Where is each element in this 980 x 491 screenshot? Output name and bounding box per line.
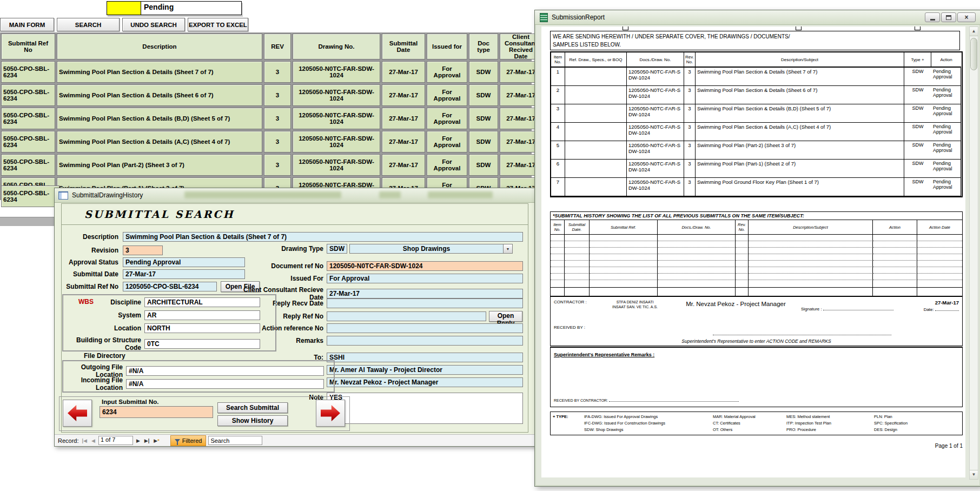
note-field[interactable]: YES — [327, 393, 523, 424]
previous-record-button[interactable]: ◀ — [90, 438, 96, 443]
datasheet-scrollbar[interactable] — [0, 217, 56, 226]
remarks-field[interactable] — [327, 336, 523, 346]
location-field[interactable]: NORTH — [144, 323, 260, 333]
next-submittal-button[interactable] — [316, 400, 345, 427]
description-label: Description — [56, 233, 118, 241]
system-label: System — [65, 311, 141, 319]
cell-rev[interactable]: 3 — [264, 131, 291, 152]
reply-recv-date-field[interactable] — [327, 298, 523, 308]
cell-issued-for[interactable]: For Approval — [427, 108, 467, 129]
cell-description[interactable]: Swimming Pool Plan Section & Details (Sh… — [57, 61, 262, 83]
scroll-up-icon[interactable]: ▲ — [970, 27, 978, 36]
cell-submittal-date[interactable]: 27-Mar-17 — [382, 108, 425, 129]
submittal-date-field[interactable]: 27-Mar-17 — [123, 269, 245, 279]
discipline-field[interactable]: ARCHITECTURAL — [144, 297, 260, 307]
search-button[interactable]: SEARCH — [57, 18, 120, 31]
cell-submittal-date[interactable]: 27-Mar-17 — [382, 154, 425, 176]
cell-submittal-ref[interactable]: 5050-CPO-SBL-6234 — [1, 84, 55, 106]
undo-search-button[interactable]: UNDO SEARCH — [122, 18, 185, 31]
scroll-down-icon[interactable]: ▼ — [970, 470, 978, 479]
system-field[interactable]: AR — [144, 310, 260, 320]
cell-doc-type[interactable]: SDW — [469, 154, 498, 176]
submittal-ref-no-field[interactable]: 1205050-CPO-SBL-6234 — [123, 282, 217, 291]
cell-drawing-no[interactable]: 1205050-N0TC-FAR-SDW-1024 — [293, 84, 380, 106]
main-form-button[interactable]: MAIN FORM — [0, 18, 54, 31]
cell-description[interactable]: Swimming Pool Plan Section & Details (Sh… — [57, 84, 262, 106]
cell-rev[interactable]: 3 — [264, 108, 291, 129]
cell-submittal-ref[interactable]: 5050-CPO-SBL-6234 — [1, 131, 55, 152]
cell-issued-for[interactable]: For Approval — [427, 61, 467, 83]
next-record-button[interactable]: ▶ — [135, 438, 141, 443]
new-record-button[interactable]: ▶* — [153, 438, 160, 443]
record-search-input[interactable] — [208, 436, 262, 445]
previous-submittal-button[interactable] — [63, 400, 92, 427]
col-header-issued-for[interactable]: Issued for — [427, 34, 467, 59]
input-submittal-field[interactable] — [100, 406, 213, 418]
record-position[interactable]: 1 of 7 — [98, 436, 133, 445]
cell-drawing-no[interactable]: 1205050-N0TC-FAR-SDW-1024 — [293, 108, 380, 129]
cell-description[interactable]: Swimming Pool Plan (Part-2) (Sheet 3 of … — [57, 154, 262, 176]
cell-submittal-date[interactable]: 27-Mar-17 — [382, 61, 425, 83]
description-field[interactable]: Swimming Pool Plan Section & Details (Sh… — [123, 232, 523, 242]
ccr-date-field[interactable]: 27-Mar-17 — [327, 289, 523, 298]
cell-rev[interactable]: 3 — [264, 154, 291, 176]
cell-doc-type[interactable]: SDW — [469, 61, 498, 83]
outgoing-file-field[interactable]: #N/A — [126, 366, 324, 376]
first-record-button[interactable]: |◀ — [81, 438, 88, 443]
drawing-type-code-field[interactable]: SDW — [327, 244, 347, 254]
document-ref-no-field[interactable]: 1205050-N0TC-FAR-SDW-1024 — [327, 261, 523, 271]
rpt-cell-ref-draw — [565, 178, 627, 196]
legend-entry: MAR: Material Approval — [713, 414, 786, 419]
approval-status-field[interactable]: Pending Approval — [123, 257, 245, 267]
close-button[interactable]: × — [957, 12, 976, 22]
incoming-file-field[interactable]: #N/A — [126, 379, 324, 389]
filtered-toggle[interactable]: Filtered — [170, 435, 207, 446]
cell-submittal-ref[interactable]: 5050-CPO-SBL-6234 — [1, 108, 55, 129]
issued-for-field[interactable]: For Approval — [327, 274, 523, 283]
to-field[interactable]: SSHI — [327, 353, 523, 362]
action-reference-no-field[interactable] — [327, 323, 523, 333]
cell-submittal-ref[interactable]: 5050-CPO-SBL-6234 — [1, 61, 55, 83]
cell-description[interactable]: Swimming Pool Plan Section & Details (B,… — [57, 108, 262, 129]
export-to-excel-button[interactable]: EXPORT TO EXCEL — [188, 18, 248, 31]
cell-submittal-ref-partial-row[interactable]: 5050-CPO-SBL-6234 — [1, 185, 59, 207]
col-header-submittal-ref-no[interactable]: Submittal Ref No — [1, 34, 55, 59]
sendby-field[interactable]: Mr. Nevzat Pekoz - Project Manager — [327, 377, 523, 387]
col-header-submittal-date[interactable]: Submittal Date — [382, 34, 425, 59]
cell-description[interactable]: Swimming Pool Plan Section & Details (A,… — [57, 131, 262, 152]
show-history-button[interactable]: Show History — [217, 415, 288, 426]
cell-submittal-date[interactable]: 27-Mar-17 — [382, 131, 425, 152]
cell-rev[interactable]: 3 — [264, 84, 291, 106]
last-record-button[interactable]: ▶| — [143, 438, 150, 443]
scrollbar-thumb[interactable] — [970, 38, 977, 70]
cell-drawing-no[interactable]: 1205050-N0TC-FAR-SDW-1024 — [293, 154, 380, 176]
revision-field[interactable]: 3 — [123, 246, 163, 255]
open-reply-button[interactable]: Open Reply — [489, 311, 522, 322]
cell-drawing-no[interactable]: 1205050-N0TC-FAR-SDW-1024 — [293, 131, 380, 152]
cell-issued-for[interactable]: For Approval — [427, 84, 467, 106]
col-header-description[interactable]: Description — [57, 34, 262, 59]
attn-field[interactable]: Mr. Amer Al Tawaly - Project Director — [327, 365, 523, 375]
drawing-type-combo[interactable]: Shop Drawings — [349, 244, 504, 254]
reply-ref-no-field[interactable] — [327, 311, 486, 321]
cell-submittal-ref[interactable]: 5050-CPO-SBL-6234 — [1, 154, 55, 176]
minimize-button[interactable] — [925, 12, 940, 22]
cell-issued-for[interactable]: For Approval — [427, 131, 467, 152]
cell-drawing-no[interactable]: 1205050-N0TC-FAR-SDW-1024 — [293, 61, 380, 83]
cell-submittal-date[interactable]: 27-Mar-17 — [382, 84, 425, 106]
report-scrollbar[interactable]: ▲ ▼ — [969, 26, 978, 480]
cell-doc-type[interactable]: SDW — [469, 131, 498, 152]
search-submittal-button[interactable]: Search Submittal — [217, 402, 288, 413]
restore-button[interactable] — [941, 12, 956, 22]
drawing-type-dropdown-icon[interactable]: ▼ — [504, 244, 513, 254]
col-header-rev[interactable]: REV — [264, 34, 291, 59]
dialog-titlebar[interactable]: SubmittalDrawingHistory — [55, 188, 536, 203]
cell-doc-type[interactable]: SDW — [469, 84, 498, 106]
cell-issued-for[interactable]: For Approval — [427, 154, 467, 176]
cell-doc-type[interactable]: SDW — [469, 108, 498, 129]
col-header-drawing-no[interactable]: Drawing No. — [293, 34, 380, 59]
report-titlebar[interactable]: SubmissionReport × — [535, 10, 980, 25]
cell-rev[interactable]: 3 — [264, 61, 291, 83]
col-header-doc-type[interactable]: Doc type — [469, 34, 498, 59]
building-code-field[interactable]: 0TC — [144, 339, 260, 349]
